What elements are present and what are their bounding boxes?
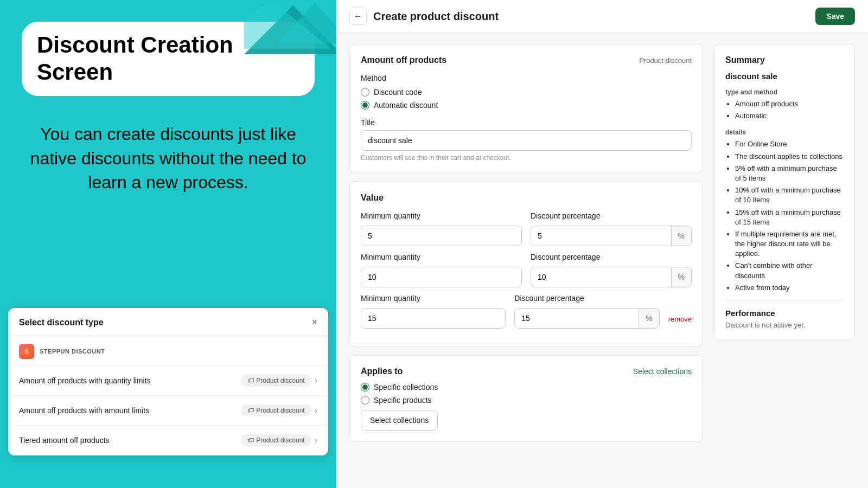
page-title: Create product discount — [373, 10, 499, 23]
min-qty-group-1: Minimum quantity — [361, 253, 522, 287]
applies-to-card: Applies to Select collections Specific c… — [349, 355, 703, 442]
badge-pill-2: 🏷 Product discount — [241, 434, 311, 446]
select-collections-button[interactable]: Select collections — [361, 410, 438, 431]
chevron-icon-2: › — [315, 435, 317, 445]
discount-badge-0: 🏷 Product discount › — [241, 375, 317, 387]
back-button[interactable]: ← — [349, 8, 367, 25]
min-qty-group-2: Minimum quantity — [361, 294, 506, 329]
method-discount-code-radio[interactable] — [361, 88, 369, 97]
modal-close-button[interactable]: × — [311, 317, 317, 328]
method-radio-group: Discount code Automatic discount — [361, 88, 692, 110]
badge-pill-0: 🏷 Product discount — [241, 375, 311, 387]
pct-suffix-1: % — [671, 267, 691, 287]
chevron-icon-1: › — [315, 406, 317, 415]
summary-detail-1: The discount applies to collections — [735, 152, 844, 162]
discount-pct-group-2: Discount percentage % — [514, 294, 659, 329]
discount-pct-wrap-1: % — [531, 267, 692, 287]
form-area: Amount off products Product discount Met… — [349, 44, 703, 442]
back-icon: ← — [354, 11, 362, 21]
value-row-2: Minimum quantity Discount percentage % r… — [361, 294, 692, 329]
app-name: STEPPUN DISCOUNT — [40, 348, 105, 355]
applies-specific-collections-radio[interactable] — [361, 383, 369, 391]
min-qty-input-2[interactable] — [361, 309, 505, 328]
performance-text: Discount is not active yet. — [725, 321, 844, 329]
amount-card-title: Amount off products — [361, 55, 446, 65]
min-qty-input-0[interactable] — [361, 226, 521, 246]
applies-radio-group: Specific collections Specific products — [361, 383, 692, 404]
summary-type-method-label: type and method — [725, 88, 844, 96]
discount-pct-label-1: Discount percentage — [531, 253, 692, 261]
summary-detail-3: 10% off with a minimum purchase of 10 it… — [735, 185, 844, 205]
title-label: Title — [361, 118, 692, 127]
top-bar-left: ← Create product discount — [349, 8, 499, 25]
modal-title: Select discount type — [19, 318, 104, 328]
discount-pct-label-2: Discount percentage — [514, 294, 659, 303]
remove-row-link[interactable]: remove — [668, 315, 692, 329]
main-content: Amount off products Product discount Met… — [336, 33, 868, 453]
discount-pct-group-0: Discount percentage % — [531, 211, 692, 246]
min-qty-label-2: Minimum quantity — [361, 294, 506, 303]
summary-discount-name: discount sale — [725, 72, 844, 81]
min-qty-input-1[interactable] — [361, 267, 521, 287]
discount-pct-wrap-2: % — [514, 308, 659, 329]
discount-pct-input-0[interactable] — [531, 226, 671, 246]
discount-type-name-1: Amount off products with amount limits — [19, 406, 149, 415]
applies-specific-products-option[interactable]: Specific products — [361, 396, 692, 404]
discount-type-row-2[interactable]: Tiered amount off products 🏷 Product dis… — [8, 426, 328, 455]
right-panel: ← Create product discount Save Amount of… — [336, 0, 868, 488]
select-collections-link[interactable]: Select collections — [633, 367, 692, 376]
badge-icon-2: 🏷 — [247, 436, 254, 444]
top-bar: ← Create product discount Save — [336, 0, 868, 33]
summary-detail-2: 5% off with a minimum purchase of 5 item… — [735, 164, 844, 183]
svg-text:S: S — [25, 349, 29, 355]
summary-details-list: For Online Store The discount applies to… — [725, 139, 844, 293]
badge-pill-1: 🏷 Product discount — [241, 404, 311, 416]
summary-title: Summary — [725, 55, 844, 65]
badge-label-2: Product discount — [256, 436, 304, 444]
title-hint: Customers will see this in their cart an… — [361, 154, 692, 162]
modal-header: Select discount type × — [8, 308, 328, 337]
min-qty-input-wrap-0 — [361, 226, 522, 246]
discount-pct-label-0: Discount percentage — [531, 211, 692, 220]
min-qty-group-0: Minimum quantity — [361, 211, 522, 246]
method-label: Method — [361, 74, 692, 82]
discount-pct-wrap-0: % — [531, 226, 692, 246]
discount-badge-1: 🏷 Product discount › — [241, 404, 317, 416]
discount-type-name-2: Tiered amount off products — [19, 436, 110, 445]
summary-details-label: details — [725, 129, 844, 136]
discount-pct-group-1: Discount percentage % — [531, 253, 692, 287]
summary-panel: Summary discount sale type and method Am… — [714, 44, 855, 341]
value-row-0: Minimum quantity Discount percentage % — [361, 211, 692, 246]
discount-pct-input-2[interactable] — [515, 309, 639, 328]
discount-pct-input-1[interactable] — [531, 267, 671, 287]
badge-label-0: Product discount — [256, 377, 304, 384]
applies-to-title: Applies to — [361, 367, 403, 376]
pct-suffix-2: % — [639, 309, 659, 328]
method-automatic-label: Automatic discount — [374, 101, 438, 110]
method-automatic-radio[interactable] — [361, 101, 369, 110]
app-icon: S — [19, 344, 34, 359]
summary-detail-0: For Online Store — [735, 139, 844, 149]
summary-detail-4: 15% off with a minimum purchase of 15 it… — [735, 208, 844, 227]
discount-type-row-1[interactable]: Amount off products with amount limits 🏷… — [8, 396, 328, 426]
value-card-title: Value — [361, 193, 384, 203]
applies-specific-products-radio[interactable] — [361, 396, 369, 404]
applies-specific-collections-option[interactable]: Specific collections — [361, 383, 692, 391]
badge-label-1: Product discount — [256, 407, 304, 414]
method-discount-code-option[interactable]: Discount code — [361, 88, 692, 97]
summary-detail-7: Active from today — [735, 283, 844, 293]
badge-icon-0: 🏷 — [247, 377, 254, 384]
title-input[interactable] — [361, 130, 692, 151]
method-automatic-option[interactable]: Automatic discount — [361, 101, 692, 110]
min-qty-input-wrap-1 — [361, 267, 522, 287]
summary-detail-5: If multiple requirements are met, the hi… — [735, 229, 844, 259]
value-row-1: Minimum quantity Discount percentage % — [361, 253, 692, 287]
value-card: Value Minimum quantity Discount percenta… — [349, 182, 703, 346]
applies-specific-products-label: Specific products — [374, 396, 432, 404]
save-button[interactable]: Save — [815, 8, 855, 25]
hero-subtitle: You can create discounts just like nativ… — [22, 122, 315, 195]
discount-type-name-0: Amount off products with quantity limits — [19, 376, 151, 385]
discount-type-row-0[interactable]: Amount off products with quantity limits… — [8, 366, 328, 396]
amount-card-badge: Product discount — [639, 56, 692, 65]
summary-type-method-item-0: Amount off products — [735, 99, 844, 109]
